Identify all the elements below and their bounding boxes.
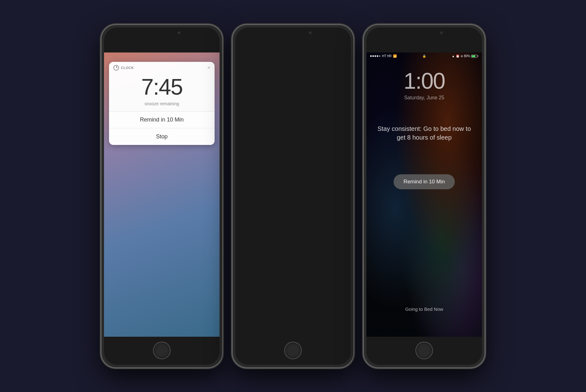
phone1-notif-header: CLOCK × (109, 62, 215, 72)
phone3-sb-right: ▲ ⏰ ※ 80% (452, 54, 478, 58)
phone3-battery-pct: 80% (464, 54, 470, 58)
phone2-home-button[interactable] (284, 342, 302, 359)
phone1-stop-btn[interactable]: Stop (109, 128, 215, 145)
phone3-sleep-message: Stay consistent: Go to bed now to get 8 … (376, 124, 473, 142)
p3-signal-dot1 (370, 55, 372, 57)
phone3-sb-center: 🔒 (397, 54, 451, 58)
phone1-close-btn[interactable]: × (207, 65, 210, 71)
phone3-status-bar: HT HR 📶 🔒 ▲ ⏰ ※ 80% (366, 52, 482, 60)
p3-battery-fill (472, 55, 475, 57)
phone3-battery-icon (471, 55, 478, 58)
p3-signal-dot5 (379, 55, 380, 57)
p3-battery-body (471, 55, 477, 58)
phone-1: CLOCK × 7:45 snooze remaining Remind in … (101, 24, 223, 368)
phone3-carrier: HT HR (382, 54, 391, 58)
phone3-time-digits: 1:00 (366, 68, 482, 94)
p3-signal-dot3 (375, 55, 376, 57)
phone3-lock-time: 1:00 Saturday, June 25 (366, 68, 482, 101)
phone3-signal: HT HR 📶 (370, 54, 397, 58)
phone3-bluetooth-icon: ※ (460, 54, 463, 58)
phone3-alarm-icon: ⏰ (456, 54, 459, 58)
phone1-remind-btn[interactable]: Remind in 10 Min (109, 112, 215, 128)
phone3-remind-btn[interactable]: Remind in 10 Min (394, 174, 455, 189)
phone1-action-buttons: Remind in 10 Min Stop (109, 111, 215, 145)
phone-3: HT HR 📶 🔒 ▲ ⏰ ※ 80% (363, 24, 485, 368)
phone1-home-button[interactable] (153, 342, 171, 359)
p3-signal-dot4 (377, 55, 378, 57)
p3-battery-tip (478, 55, 478, 57)
clock-icon (113, 65, 119, 71)
phone3-date: Saturday, June 25 (366, 95, 482, 101)
phone3-home-button[interactable] (415, 342, 433, 359)
p3-signal-dot2 (372, 55, 374, 57)
phone3-going-bed: Going to Bed Now (366, 306, 482, 312)
phone3-location-icon: ▲ (452, 54, 455, 58)
phone-2: HT HR 📶 🔒 ▲ ⏰ ※ 80% (232, 24, 354, 368)
phone1-notification-card: CLOCK × 7:45 snooze remaining Remind in … (109, 62, 215, 145)
phone1-subtitle: snooze remaining (109, 101, 215, 111)
phone3-lock-icon: 🔒 (422, 54, 426, 58)
phone1-time-display: 7:45 (109, 72, 215, 101)
phone1-screen: CLOCK × 7:45 snooze remaining Remind in … (104, 52, 220, 337)
phone3-screen: HT HR 📶 🔒 ▲ ⏰ ※ 80% (366, 52, 482, 337)
phone3-wifi-icon: 📶 (393, 54, 397, 58)
phone1-app-name: CLOCK (121, 66, 206, 70)
